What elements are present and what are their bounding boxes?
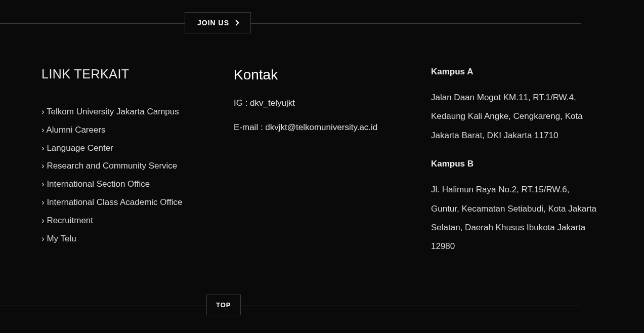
campus-a-address: Jalan Daan Mogot KM.11, RT.1/RW.4, Kedau…	[431, 88, 598, 145]
link-item[interactable]: My Telu	[41, 233, 203, 245]
bottom-divider-row: TOP	[0, 294, 644, 324]
link-item[interactable]: Research and Community Service	[41, 160, 203, 172]
link-item[interactable]: Language Center	[41, 142, 203, 154]
link-item[interactable]: Alumni Careers	[41, 124, 203, 136]
divider-line	[0, 306, 581, 306]
campus-b-address: Jl. Halimun Raya No.2, RT.15/RW.6, Guntu…	[431, 180, 598, 256]
campus-b-heading: Kampus B	[431, 159, 598, 169]
join-us-label: JOIN US	[197, 19, 229, 27]
join-us-button[interactable]: JOIN US	[185, 12, 251, 33]
back-to-top-button[interactable]: TOP	[206, 295, 241, 315]
footer-columns: LINK TERKAIT Telkom University Jakarta C…	[0, 36, 644, 270]
link-item[interactable]: International Section Office	[41, 178, 203, 190]
campus-a-heading: Kampus A	[431, 67, 598, 77]
divider-line	[0, 23, 581, 24]
contact-heading: Kontak	[234, 67, 401, 83]
chevron-right-icon	[233, 20, 239, 25]
address-column: Kampus A Jalan Daan Mogot KM.11, RT.1/RW…	[431, 67, 598, 270]
links-list: Telkom University Jakarta Campus Alumni …	[41, 106, 203, 244]
link-item[interactable]: International Class Academic Office	[41, 196, 203, 209]
links-heading: LINK TERKAIT	[41, 67, 203, 81]
link-item[interactable]: Recruitment	[41, 215, 203, 227]
contact-ig: IG : dkv_telyujkt	[234, 98, 401, 108]
top-button-label: TOP	[216, 301, 231, 309]
link-item[interactable]: Telkom University Jakarta Campus	[41, 106, 203, 118]
top-divider-row: JOIN US	[0, 0, 644, 36]
contact-email: E-mail : dkvjkt@telkomuniversity.ac.id	[234, 122, 401, 133]
contact-column: Kontak IG : dkv_telyujkt E-mail : dkvjkt…	[234, 67, 401, 270]
links-column: LINK TERKAIT Telkom University Jakarta C…	[41, 67, 203, 270]
